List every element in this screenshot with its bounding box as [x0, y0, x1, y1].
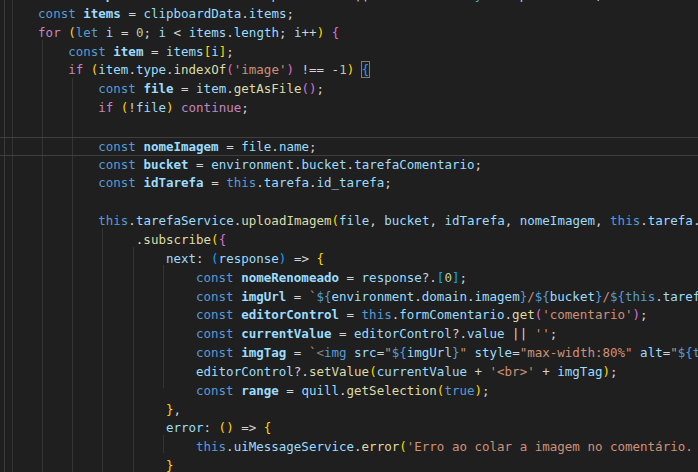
code-token: const: [98, 157, 143, 172]
code-token: (: [211, 232, 219, 247]
code-token: item: [196, 81, 226, 96]
code-token: .: [128, 213, 136, 228]
code-line[interactable]: const idTarefa = this.tarefa.id_tarefa;: [0, 174, 698, 193]
code-token: imgUrl: [241, 289, 286, 304]
code-token: bucket: [301, 157, 346, 172]
code-token: 'comentario': [542, 307, 632, 322]
code-token: this: [98, 213, 128, 228]
code-token: nomeImagem: [520, 213, 595, 228]
code-token: !== -: [294, 62, 339, 77]
code-token: const: [38, 0, 83, 2]
code-line[interactable]: this.tarefaService.uploadImagem(file, bu…: [0, 212, 698, 231]
code-token: imgUrl: [407, 345, 452, 360]
code-line[interactable]: }: [0, 457, 698, 472]
code-token: ): [166, 100, 174, 115]
code-token: const: [98, 139, 143, 154]
code-token: this: [610, 213, 640, 228]
code-line[interactable]: next: (response) => {: [0, 250, 698, 269]
code-token: if: [98, 100, 121, 115]
code-line[interactable]: const item = items[i];: [0, 43, 698, 62]
code-line[interactable]: this.uiMessageService.error('Erro ao col…: [0, 438, 698, 457]
code-token: [633, 345, 641, 360]
code-editor-pane[interactable]: const clipboardData = event.clipboardDat…: [0, 0, 698, 472]
code-token: (: [68, 25, 76, 40]
code-line[interactable]: for (let i = 0; i < items.length; i++) {: [0, 24, 698, 43]
code-token: ): [482, 0, 490, 2]
code-token: ;: [482, 383, 490, 398]
current-code-line[interactable]: const nomeImagem = file.name;: [0, 137, 698, 156]
code-line[interactable]: const items = clipboardData.items;: [0, 5, 698, 24]
code-line[interactable]: if (!file) continue;: [0, 99, 698, 118]
code-token: ;: [226, 44, 234, 59]
code-token: this: [226, 175, 256, 190]
code-token: /: [527, 289, 535, 304]
code-line[interactable]: if (item.type.indexOf('image') !== -1) {: [0, 61, 698, 80]
code-token: (: [226, 62, 234, 77]
code-token: let: [76, 25, 106, 40]
code-token: =: [286, 289, 309, 304]
code-line[interactable]: const nomeRenomeado = response?.[0];: [0, 269, 698, 288]
code-token: ;: [309, 139, 317, 154]
code-token: =: [279, 383, 302, 398]
code-token: <: [166, 25, 189, 40]
code-token: name: [279, 139, 309, 154]
code-line[interactable]: error: () => {: [0, 419, 698, 438]
code-line[interactable]: const imgUrl = `${environment.domain.ima…: [0, 288, 698, 307]
code-line[interactable]: const bucket = environment.bucket.tarefa…: [0, 156, 698, 175]
code-token: idTarefa: [143, 175, 203, 190]
code-token: ,: [505, 213, 520, 228]
code-line[interactable]: const currentValue = editorControl?.valu…: [0, 325, 698, 344]
code-token: editorControl: [241, 307, 339, 322]
code-token: /: [602, 289, 610, 304]
code-token: currentValue: [241, 326, 331, 341]
code-token: ${: [678, 345, 693, 360]
code-token: {: [316, 251, 324, 266]
code-token: ): [602, 364, 610, 379]
code-line[interactable]: },: [0, 401, 698, 420]
code-token: 1: [339, 62, 347, 77]
code-token: range: [241, 383, 279, 398]
code-token: ?.: [452, 326, 467, 341]
code-token: {: [264, 420, 272, 435]
code-line[interactable]: const range = quill.getSelection(true);: [0, 382, 698, 401]
code-token: ;: [143, 25, 158, 40]
code-line[interactable]: [0, 118, 698, 137]
code-token: error: [362, 439, 400, 454]
code-token: i: [211, 44, 219, 59]
code-token: =: [189, 157, 212, 172]
code-token: ": [384, 345, 392, 360]
code-token: quill: [301, 383, 339, 398]
code-token: .: [693, 213, 698, 228]
code-line[interactable]: editorControl?.setValue(currentValue + '…: [0, 363, 698, 382]
code-line[interactable]: const imgTag = `<img src="${imgUrl}" sty…: [0, 344, 698, 363]
code-token: (: [399, 439, 407, 454]
code-token: subscribe: [143, 232, 211, 247]
code-token: bucket: [143, 157, 188, 172]
code-token: ;: [640, 307, 648, 322]
code-line[interactable]: .subscribe({: [0, 231, 698, 250]
code-token: alt: [640, 345, 663, 360]
code-token: ;: [550, 326, 558, 341]
code-token: ": [670, 345, 678, 360]
code-token: [347, 345, 355, 360]
code-token: imagem: [475, 289, 520, 304]
code-token: =: [121, 6, 144, 21]
code-token: ;: [384, 175, 392, 190]
code-token: (: [369, 364, 377, 379]
code-token: =>: [286, 251, 316, 266]
code-token: items: [189, 25, 227, 40]
code-token: item: [113, 44, 143, 59]
code-token: +: [535, 364, 558, 379]
code-token: ${: [316, 289, 331, 304]
code-line[interactable]: const file = item.getAsFile();: [0, 80, 698, 99]
code-token: imgTag: [557, 364, 602, 379]
code-token: ": [459, 345, 474, 360]
code-token: .: [226, 439, 234, 454]
code-token: this: [625, 289, 655, 304]
code-token: uploadImagem: [241, 213, 331, 228]
code-line[interactable]: const editorControl = this.formComentari…: [0, 306, 698, 325]
code-line[interactable]: [0, 193, 698, 212]
code-token: i: [159, 25, 167, 40]
code-token: =: [143, 44, 166, 59]
code-token: clipboardData: [143, 6, 241, 21]
